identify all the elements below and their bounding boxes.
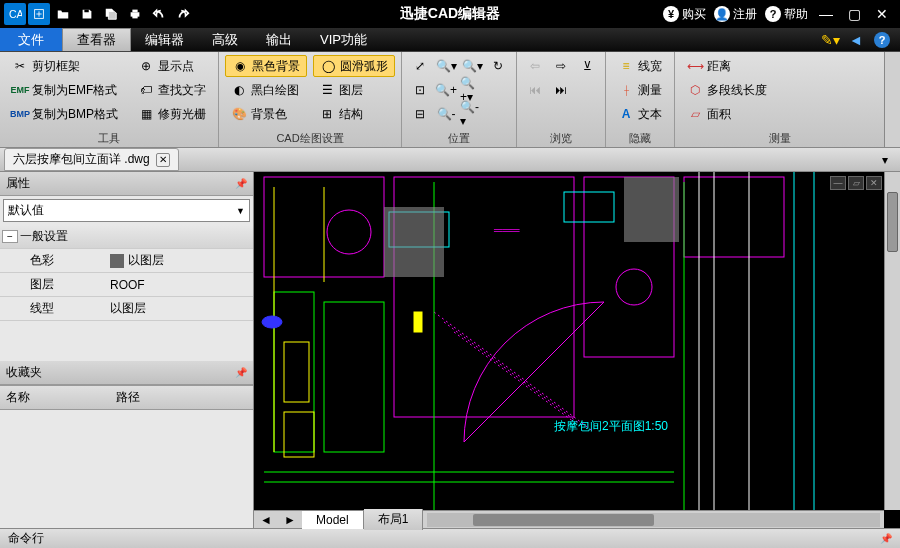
side-panel: 属性📌 默认值▼ −一般设置 色彩以图层 图层ROOF 线型以图层 收藏夹📌 名… — [0, 172, 254, 528]
group-label-measure: 测量 — [681, 129, 878, 146]
property-list: −一般设置 色彩以图层 图层ROOF 线型以图层 — [0, 225, 253, 321]
drawing-canvas[interactable]: 按摩包间2平面图1:50 ═══ — ▱ ✕ — [254, 172, 900, 528]
chevron-down-icon: ▼ — [236, 206, 245, 216]
close-button[interactable]: ✕ — [872, 4, 892, 24]
undo-icon[interactable] — [148, 3, 170, 25]
zoom2-btn[interactable]: 🔍▾ — [460, 55, 484, 77]
arc-icon: ◯ — [320, 58, 336, 74]
text-icon: A — [618, 106, 634, 122]
nav-prev[interactable]: ⇦ — [523, 55, 547, 77]
group-label-hide: 隐藏 — [612, 129, 668, 146]
trim-raster-button[interactable]: ▦修剪光栅 — [132, 103, 212, 125]
prop-row-color[interactable]: 色彩以图层 — [0, 249, 253, 273]
saveall-icon[interactable] — [100, 3, 122, 25]
zoomin-btn[interactable]: 🔍+ — [434, 79, 458, 101]
collapse-icon[interactable]: − — [2, 230, 18, 243]
bw-button[interactable]: ◐黑白绘图 — [225, 79, 307, 101]
prop-group-general[interactable]: −一般设置 — [0, 225, 253, 249]
prop-row-linetype[interactable]: 线型以图层 — [0, 297, 253, 321]
trim-icon: ▦ — [138, 106, 154, 122]
zoom-btn[interactable]: 🔍▾ — [434, 55, 458, 77]
open-icon[interactable] — [52, 3, 74, 25]
new-icon[interactable] — [28, 3, 50, 25]
pin-icon[interactable]: 📌 — [235, 178, 247, 189]
close-doc-icon[interactable]: ✕ — [156, 153, 170, 167]
horizontal-scrollbar[interactable] — [427, 513, 880, 527]
vertical-scrollbar[interactable] — [884, 172, 900, 510]
layer-button[interactable]: ☰图层 — [313, 79, 395, 101]
pen-icon[interactable]: ✎▾ — [820, 30, 840, 50]
copy-bmp-button[interactable]: BMP复制为BMP格式 — [6, 103, 124, 125]
pin-icon[interactable]: 📌 — [235, 367, 247, 378]
group-label-pos: 位置 — [408, 129, 510, 146]
command-bar[interactable]: 命令行 📌 — [0, 528, 900, 548]
nav-next[interactable]: ⇨ — [549, 55, 573, 77]
minimize-button[interactable]: — — [816, 4, 836, 24]
group-label-cad: CAD绘图设置 — [225, 129, 395, 146]
document-tab[interactable]: 六层按摩包间立面详 .dwg ✕ — [4, 148, 179, 171]
pos-btn-2[interactable]: ⊡ — [408, 79, 432, 101]
tab-scroll-left[interactable]: ◄ — [254, 509, 278, 531]
svg-text:═══: ═══ — [493, 223, 520, 237]
struct-button[interactable]: ⊞结构 — [313, 103, 395, 125]
menu-viewer[interactable]: 查看器 — [62, 28, 131, 51]
emf-icon: EMF — [12, 82, 28, 98]
vp-close-icon[interactable]: ✕ — [866, 176, 882, 190]
menu-file[interactable]: 文件 — [0, 28, 62, 51]
distance-button[interactable]: ⟷距离 — [681, 55, 878, 77]
ribbon-group-tools: ✂剪切框架 EMF复制为EMF格式 BMP复制为BMP格式 ⊕显示点 🏷查找文字… — [0, 52, 219, 147]
area-button[interactable]: ▱面积 — [681, 103, 878, 125]
prop-row-layer[interactable]: 图层ROOF — [0, 273, 253, 297]
show-points-button[interactable]: ⊕显示点 — [132, 55, 212, 77]
copy-emf-button[interactable]: EMF复制为EMF格式 — [6, 79, 124, 101]
buy-button[interactable]: ¥购买 — [663, 6, 706, 23]
rotate-btn[interactable]: ↻ — [486, 55, 510, 77]
pos-btn-3[interactable]: ⊟ — [408, 103, 432, 125]
titlebar: CAD 迅捷CAD编辑器 ¥购买 👤注册 ?帮助 — ▢ ✕ — [0, 0, 900, 28]
back-icon[interactable]: ◄ — [846, 30, 866, 50]
about-icon[interactable]: ? — [872, 30, 892, 50]
zoomout-btn[interactable]: 🔍- — [434, 103, 458, 125]
menu-vip[interactable]: VIP功能 — [306, 28, 381, 51]
measure-hide-button[interactable]: ⟊测量 — [612, 79, 668, 101]
redo-icon[interactable] — [172, 3, 194, 25]
ribbon-scroll[interactable] — [884, 52, 900, 147]
pos-btn-1[interactable]: ⤢ — [408, 55, 432, 77]
doc-menu-button[interactable]: ▾ — [876, 149, 900, 171]
tab-model[interactable]: Model — [302, 511, 364, 529]
nav-last[interactable]: ⏭ — [549, 79, 573, 101]
user-icon: 👤 — [714, 6, 730, 22]
tab-layout1[interactable]: 布局1 — [364, 509, 424, 530]
ribbon-group-position: ⤢ ⊡ ⊟ 🔍▾ 🔍+ 🔍- 🔍▾ 🔍+▾ 🔍-▾ ↻ 位置 — [402, 52, 517, 147]
menu-advanced[interactable]: 高级 — [198, 28, 252, 51]
search-icon: 🏷 — [138, 82, 154, 98]
pin-icon[interactable]: 📌 — [880, 533, 892, 544]
zoomin2-btn[interactable]: 🔍+▾ — [460, 79, 484, 101]
menu-editor[interactable]: 编辑器 — [131, 28, 198, 51]
nav-down[interactable]: ⊻ — [575, 55, 599, 77]
default-dropdown[interactable]: 默认值▼ — [3, 199, 250, 222]
lineweight-button[interactable]: ≡线宽 — [612, 55, 668, 77]
workarea: 属性📌 默认值▼ −一般设置 色彩以图层 图层ROOF 线型以图层 收藏夹📌 名… — [0, 172, 900, 528]
zoomout2-btn[interactable]: 🔍-▾ — [460, 103, 484, 125]
black-bg-button[interactable]: ◉黑色背景 — [225, 55, 307, 77]
print-icon[interactable] — [124, 3, 146, 25]
arc-button[interactable]: ◯圆滑弧形 — [313, 55, 395, 77]
vp-min-icon[interactable]: — — [830, 176, 846, 190]
drawing-label: 按摩包间2平面图1:50 — [554, 419, 668, 433]
register-button[interactable]: 👤注册 — [714, 6, 757, 23]
app-icon[interactable]: CAD — [4, 3, 26, 25]
maximize-button[interactable]: ▢ — [844, 4, 864, 24]
crop-frame-button[interactable]: ✂剪切框架 — [6, 55, 124, 77]
menu-output[interactable]: 输出 — [252, 28, 306, 51]
find-text-button[interactable]: 🏷查找文字 — [132, 79, 212, 101]
bgcolor-button[interactable]: 🎨背景色 — [225, 103, 307, 125]
polylen-button[interactable]: ⬡多段线长度 — [681, 79, 878, 101]
group-label-browse: 浏览 — [523, 129, 599, 146]
vp-max-icon[interactable]: ▱ — [848, 176, 864, 190]
help-button[interactable]: ?帮助 — [765, 6, 808, 23]
tab-scroll-right[interactable]: ► — [278, 509, 302, 531]
save-icon[interactable] — [76, 3, 98, 25]
nav-first[interactable]: ⏮ — [523, 79, 547, 101]
text-hide-button[interactable]: A文本 — [612, 103, 668, 125]
